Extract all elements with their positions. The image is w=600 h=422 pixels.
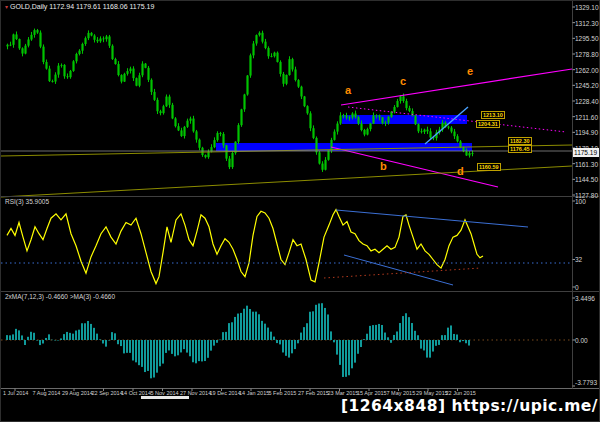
- macd-bar: [27, 337, 29, 340]
- candle-body: [99, 38, 101, 41]
- time-axis-label: 1 Jul 2014: [3, 390, 28, 396]
- candle-body: [465, 151, 467, 155]
- macd-bar: [453, 334, 455, 340]
- macd-bar: [429, 340, 431, 358]
- macd-bar: [144, 340, 146, 372]
- candle-body: [381, 117, 383, 123]
- candle-body: [105, 36, 107, 39]
- candle-body: [39, 33, 41, 47]
- macd-bar: [444, 335, 446, 340]
- macd-bar: [258, 314, 260, 340]
- candle-body: [72, 61, 74, 71]
- candle-body: [366, 129, 368, 134]
- candle-body: [27, 40, 29, 46]
- macd-bar: [201, 340, 203, 361]
- macd-bar: [267, 328, 269, 340]
- candle-body: [174, 118, 176, 126]
- rsi-line: [7, 210, 483, 284]
- candle-body: [51, 81, 53, 82]
- candle-body: [156, 100, 158, 111]
- macd-bar: [117, 340, 119, 344]
- macd-bar: [414, 331, 416, 340]
- candle-body: [57, 66, 59, 75]
- macd-bar: [456, 334, 458, 339]
- macd-bar: [435, 340, 437, 346]
- macd-bar: [303, 327, 305, 340]
- candle-body: [345, 116, 347, 118]
- macd-bar: [210, 340, 212, 351]
- candle-body: [102, 38, 104, 39]
- macd-bar: [162, 340, 164, 364]
- candle-body: [285, 75, 287, 84]
- watermark: [1264x848] https://upic.me/: [341, 397, 598, 415]
- candle-body: [348, 117, 350, 118]
- candle-body: [48, 69, 50, 81]
- candle-body: [399, 96, 401, 101]
- candle-body: [309, 113, 311, 128]
- price-axis-label: 1161.30: [575, 161, 598, 168]
- time-axis-label: 5 Feb 2015: [269, 390, 297, 396]
- macd-bar: [33, 333, 35, 340]
- candle-body: [417, 124, 419, 131]
- macd-bar: [141, 340, 143, 367]
- macd-axis-label: 0.00: [575, 337, 588, 344]
- support-resistance-zone: [342, 115, 467, 124]
- candle-body: [363, 130, 365, 135]
- macd-bar: [282, 340, 284, 352]
- macd-bar: [390, 340, 392, 343]
- main-annotation-line: [341, 69, 572, 105]
- wave-letter-e: e: [467, 66, 473, 76]
- candle-body: [351, 114, 353, 118]
- macd-bar: [111, 332, 113, 340]
- macd-bar: [306, 323, 308, 340]
- macd-bar: [378, 324, 380, 340]
- macd-bar: [93, 328, 95, 340]
- candle-body: [21, 48, 23, 53]
- macd-bar: [60, 338, 62, 340]
- macd-bar: [459, 340, 461, 342]
- macd-bar: [72, 334, 74, 340]
- macd-bar: [222, 332, 224, 340]
- candle-body: [33, 30, 35, 35]
- macd-bar: [417, 335, 419, 340]
- time-axis-label: 23 Mar 2015: [328, 390, 359, 396]
- macd-bar: [177, 340, 179, 355]
- macd-bar: [174, 340, 176, 356]
- macd-bar: [468, 340, 470, 346]
- macd-bar: [345, 340, 347, 377]
- candle-body: [396, 101, 398, 107]
- macd-bar: [447, 328, 449, 340]
- scrollbar-thumb[interactable]: [141, 396, 189, 399]
- macd-bar: [30, 332, 32, 340]
- macd-bar: [240, 313, 242, 340]
- macd-bar: [9, 335, 11, 340]
- macd-bar: [372, 325, 374, 340]
- candle-body: [333, 132, 335, 140]
- candle-body: [255, 35, 257, 43]
- chart-plot-area[interactable]: [1, 1, 600, 422]
- macd-bar: [102, 340, 104, 344]
- candle-body: [402, 96, 404, 101]
- price-axis-label: 1144.50: [575, 176, 598, 183]
- rsi-annotation-line: [344, 255, 453, 285]
- macd-bar: [363, 339, 365, 340]
- candle-body: [135, 78, 137, 86]
- candle-body: [150, 80, 152, 92]
- candle-body: [240, 109, 242, 125]
- price-axis-label: 1211.60: [575, 114, 598, 121]
- price-tag-label: 1213.10: [481, 111, 505, 119]
- macd-bar: [189, 340, 191, 356]
- macd-bar: [324, 308, 326, 340]
- candle-body: [147, 68, 149, 80]
- candle-body: [84, 38, 86, 44]
- chart-title-text: GOLD,Daily 1172.94 1179.61 1168.06 1175.…: [10, 3, 154, 10]
- candle-body: [321, 164, 323, 170]
- candle-body: [384, 123, 386, 124]
- macd-bar: [264, 324, 266, 340]
- time-axis-label: 15 Apr 2015: [357, 390, 387, 396]
- candle-body: [279, 62, 281, 74]
- macd-bar: [276, 340, 278, 343]
- time-axis-label: 29 Aug 2014: [62, 390, 93, 396]
- candle-body: [267, 48, 269, 56]
- candle-body: [171, 105, 173, 119]
